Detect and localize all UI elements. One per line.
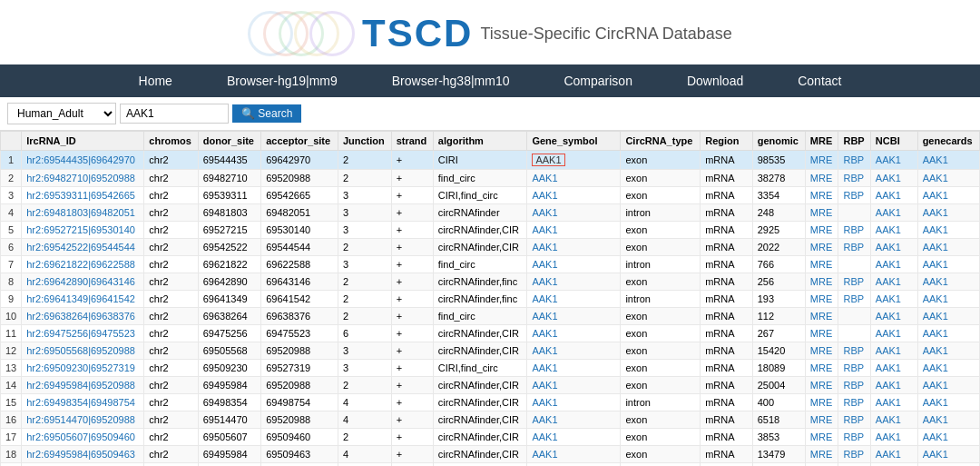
row-ncbi[interactable]: AAK1,R [870, 463, 917, 467]
mre-link[interactable]: MRE [810, 414, 832, 425]
mre-link[interactable]: MRE [810, 224, 832, 235]
row-rbp[interactable] [838, 256, 870, 273]
mre-link[interactable]: MRE [810, 362, 832, 373]
row-genecards[interactable]: AAK1 [917, 429, 979, 446]
rbp-link[interactable]: RBP [843, 293, 864, 304]
row-rbp[interactable]: RBP [838, 151, 870, 170]
row-gene[interactable]: AAK1 [527, 170, 621, 187]
row-mre[interactable]: MRE [805, 204, 838, 222]
row-genecards[interactable]: AAK1 [917, 446, 979, 463]
genecards-link[interactable]: AAK1 [923, 190, 948, 201]
rbp-link[interactable]: RBP [843, 224, 864, 235]
row-ncbi[interactable]: AAK1 [870, 291, 917, 308]
search-input[interactable] [120, 104, 229, 124]
nav-home[interactable]: Home [112, 64, 200, 97]
ncbi-link[interactable]: AAK1 [876, 414, 901, 425]
row-ncbi[interactable]: AAK1 [870, 325, 917, 342]
row-genecards[interactable]: AAK1 [917, 187, 979, 204]
row-gene[interactable]: AAK1 [527, 222, 621, 239]
search-button[interactable]: 🔍 Search [232, 104, 301, 123]
row-ncbi[interactable]: AAK1 [870, 273, 917, 291]
row-mre[interactable]: MRE [805, 360, 838, 377]
row-mre[interactable]: MRE [805, 273, 838, 291]
rbp-link[interactable]: RBP [843, 276, 864, 287]
gene-link[interactable]: AAK1 [532, 431, 557, 442]
genecards-link[interactable]: AAK1 [923, 276, 948, 287]
gene-link[interactable]: AAK1 [532, 380, 557, 391]
nav-browser-hg19[interactable]: Browser-hg19|mm9 [200, 64, 365, 97]
ncbi-link[interactable]: AAK1 [876, 242, 901, 253]
row-mre[interactable]: MRE [805, 394, 838, 411]
rbp-link[interactable]: RBP [843, 173, 864, 183]
nav-browser-hg38[interactable]: Browser-hg38|mm10 [365, 64, 537, 97]
ncbi-link[interactable]: AAK1 [876, 449, 901, 460]
mre-link[interactable]: MRE [810, 345, 832, 356]
species-select[interactable]: Human_Adult Human_Fetal Mouse_Adult [7, 103, 116, 124]
row-rbp[interactable] [838, 204, 870, 222]
row-rbp[interactable]: RBP [838, 463, 870, 467]
row-mre[interactable]: MRE [805, 325, 838, 342]
table-wrapper[interactable]: lrcRNA_ID chromos donor_site acceptor_si… [0, 131, 980, 466]
row-genecards[interactable]: AAK1 [917, 151, 979, 170]
genecards-link[interactable]: AAK1 [923, 259, 948, 270]
row-gene[interactable]: AAK1 [527, 239, 621, 256]
row-rbp[interactable]: RBP [838, 273, 870, 291]
row-ncbi[interactable]: AAK1 [870, 204, 917, 222]
row-ncbi[interactable]: AAK1 [870, 256, 917, 273]
genecards-link[interactable]: AAK1 [923, 449, 948, 460]
ncbi-link[interactable]: AAK1 [876, 207, 901, 218]
row-genecards[interactable]: AAK1 [917, 377, 979, 394]
gene-link[interactable]: AAK1 [532, 311, 557, 322]
nav-comparison[interactable]: Comparison [536, 64, 659, 97]
mre-link[interactable]: MRE [810, 259, 832, 270]
row-ncbi[interactable]: AAK1 [870, 394, 917, 411]
row-gene[interactable]: AAK1,RP11-427H [527, 463, 621, 467]
rbp-link[interactable]: RBP [843, 242, 864, 253]
row-genecards[interactable]: AAK1 [917, 360, 979, 377]
row-ncbi[interactable]: AAK1 [870, 446, 917, 463]
row-gene[interactable]: AAK1 [527, 204, 621, 222]
genecards-link[interactable]: AAK1 [923, 380, 948, 391]
row-gene[interactable]: AAK1 [527, 291, 621, 308]
gene-link[interactable]: AAK1 [532, 190, 557, 201]
row-gene[interactable]: AAK1 [527, 360, 621, 377]
row-mre[interactable]: MRE [805, 291, 838, 308]
row-gene[interactable]: AAK1 [527, 273, 621, 291]
row-ncbi[interactable]: AAK1 [870, 377, 917, 394]
gene-link[interactable]: AAK1 [532, 362, 557, 373]
rbp-link[interactable]: RBP [843, 397, 864, 408]
row-mre[interactable]: MRE [805, 151, 838, 170]
gene-link[interactable]: AAK1 [532, 449, 557, 460]
row-genecards[interactable]: AAK1 [917, 273, 979, 291]
mre-link[interactable]: MRE [810, 293, 832, 304]
gene-link[interactable]: AAK1 [532, 293, 557, 304]
row-rbp[interactable]: RBP [838, 170, 870, 187]
genecards-link[interactable]: AAK1 [923, 207, 948, 218]
genecards-link[interactable]: AAK1 [923, 345, 948, 356]
genecards-link[interactable]: AAK1 [923, 414, 948, 425]
row-mre[interactable]: MRE [805, 429, 838, 446]
genecards-link[interactable]: AAK1 [923, 154, 948, 165]
gene-link[interactable]: AAK1 [532, 414, 557, 425]
row-genecards[interactable]: AAK1 [917, 291, 979, 308]
rbp-link[interactable]: RBP [843, 362, 864, 373]
row-genecards[interactable]: AAK1 [917, 411, 979, 429]
row-rbp[interactable]: RBP [838, 446, 870, 463]
ncbi-link[interactable]: AAK1 [876, 173, 901, 183]
ncbi-link[interactable]: AAK1 [876, 328, 901, 339]
gene-link[interactable]: AAK1 [532, 242, 557, 253]
gene-link[interactable]: AAK1 [532, 276, 557, 287]
ncbi-link[interactable]: AAK1 [876, 380, 901, 391]
row-mre[interactable]: MRE [805, 239, 838, 256]
mre-link[interactable]: MRE [810, 154, 832, 165]
gene-link[interactable]: AAK1 [532, 345, 557, 356]
mre-link[interactable]: MRE [810, 449, 832, 460]
ncbi-link[interactable]: AAK1 [876, 276, 901, 287]
ncbi-link[interactable]: AAK1 [876, 362, 901, 373]
genecards-link[interactable]: AAK1 [923, 311, 948, 322]
row-mre[interactable]: MRE [805, 187, 838, 204]
row-mre[interactable]: MRE [805, 342, 838, 360]
row-rbp[interactable]: RBP [838, 377, 870, 394]
row-genecards[interactable]: AAK1 [917, 463, 979, 467]
row-genecards[interactable]: AAK1 [917, 204, 979, 222]
